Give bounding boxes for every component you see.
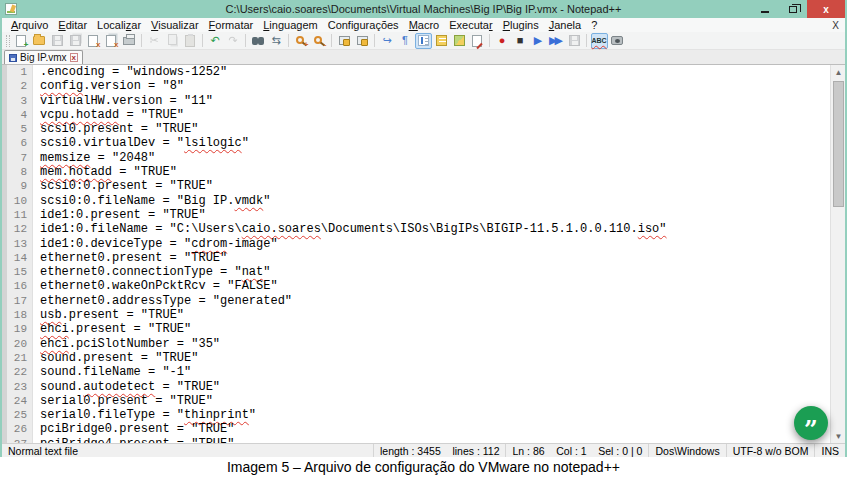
code-line[interactable]: 25serial0.fileType = "thinprint"	[7, 408, 830, 422]
close-all-button[interactable]: x	[103, 33, 120, 49]
undo-button[interactable]: ↶	[207, 33, 224, 49]
zoom-in-badge: +	[304, 41, 309, 49]
editor-area[interactable]: 1.encoding = "windows-1252"2config.versi…	[2, 65, 845, 443]
macro-stop-button[interactable]: ■	[512, 33, 529, 49]
menu-item-linguagem[interactable]: Linguagem	[258, 19, 322, 31]
close-all-badge: x	[114, 41, 118, 49]
code-line[interactable]: 12ide1:0.fileName = "C:\Users\caio.soare…	[7, 222, 830, 236]
document-map-button[interactable]	[451, 33, 468, 49]
code-line[interactable]: 7memsize = "2048"	[7, 151, 830, 165]
code-line[interactable]: 20ehci.pciSlotNumber = "35"	[7, 337, 830, 351]
close-button[interactable]: x	[807, 0, 845, 18]
tab-label: Big IP.vmx	[20, 52, 67, 63]
code-line[interactable]: 23sound.autodetect = "TRUE"	[7, 380, 830, 394]
menu-item-localizar[interactable]: Localizar	[92, 19, 146, 31]
replace-icon: ⇆	[271, 35, 280, 46]
toolbar-separator	[489, 34, 490, 47]
menu-item-arquivo[interactable]: Arquivo	[6, 19, 53, 31]
code-line[interactable]: 4vcpu.hotadd = "TRUE"	[7, 108, 830, 122]
code-lines[interactable]: 1.encoding = "windows-1252"2config.versi…	[7, 65, 830, 443]
image-caption: Imagem 5 – Arquivo de configuração do VM…	[0, 459, 847, 475]
copy-button[interactable]	[164, 33, 181, 49]
code-line[interactable]: 8mem.hotadd = "TRUE"	[7, 165, 830, 179]
hangouts-icon[interactable]: ”	[794, 406, 828, 440]
line-number: 9	[7, 179, 33, 193]
menu-item-janela[interactable]: Janela	[544, 19, 586, 31]
status-encoding: UTF-8 w/o BOM	[727, 444, 816, 457]
tab-big-ip-vmx[interactable]: Big IP.vmx x	[4, 50, 83, 64]
menu-item-macro[interactable]: Macro	[404, 19, 445, 31]
sync-vertical-scroll-button[interactable]	[336, 33, 353, 49]
code-line[interactable]: 6scsi0.virtualDev = "lsilogic"	[7, 136, 830, 150]
paste-button[interactable]	[182, 33, 199, 49]
code-line[interactable]: 22sound.fileName = "-1"	[7, 365, 830, 379]
cut-button[interactable]: ✂	[146, 33, 163, 49]
code-line[interactable]: 9scsi0:0.present = "TRUE"	[7, 179, 830, 193]
replace-button[interactable]: ⇆	[268, 33, 285, 49]
code-line[interactable]: 17ethernet0.addressType = "generated"	[7, 294, 830, 308]
menu-item-visualizar[interactable]: Visualizar	[146, 19, 204, 31]
spell-check-language-button[interactable]	[609, 33, 626, 49]
tab-close-icon[interactable]: x	[70, 53, 78, 62]
code-line[interactable]: 2config.version = "8"	[7, 79, 830, 93]
zoom-in-button[interactable]: +	[293, 33, 310, 49]
line-text: ide1:0.present = "TRUE"	[33, 208, 206, 222]
scroll-up-arrow-icon[interactable]: ▲	[831, 65, 845, 79]
code-line[interactable]: 10scsi0:0.fileName = "Big IP.vmdk"	[7, 194, 830, 208]
show-indent-guide-button[interactable]	[415, 33, 432, 49]
find-button[interactable]	[250, 33, 267, 49]
menu-item-configura-es[interactable]: Configurações	[323, 19, 404, 31]
menu-item-executar[interactable]: Executar	[444, 19, 497, 31]
spell-check-button[interactable]: ABC	[591, 33, 608, 49]
print-button[interactable]	[121, 33, 138, 49]
code-line[interactable]: 16ethernet0.wakeOnPcktRcv = "FALSE"	[7, 279, 830, 293]
line-number: 7	[7, 151, 33, 165]
vertical-scrollbar[interactable]: ▲ ▼	[830, 65, 845, 443]
macro-save-button[interactable]	[566, 33, 583, 49]
macro-record-icon: ●	[499, 35, 506, 46]
code-line[interactable]: 13ide1:0.deviceType = "cdrom-image"	[7, 237, 830, 251]
word-wrap-button[interactable]: ↪	[379, 33, 396, 49]
scrollbar-thumb[interactable]	[833, 81, 844, 207]
macro-record-button[interactable]: ●	[494, 33, 511, 49]
menu-item-formatar[interactable]: Formatar	[204, 19, 259, 31]
save-file-button[interactable]	[49, 33, 66, 49]
code-line[interactable]: 11ide1:0.present = "TRUE"	[7, 208, 830, 222]
code-line[interactable]: 26pciBridge0.present = "TRUE"	[7, 422, 830, 436]
line-number: 24	[7, 394, 33, 408]
code-line[interactable]: 3virtualHW.version = "11"	[7, 94, 830, 108]
new-file-button[interactable]: +	[13, 33, 30, 49]
zoom-out-button[interactable]: -	[311, 33, 328, 49]
show-all-characters-button[interactable]: ¶	[397, 33, 414, 49]
function-list-button[interactable]	[433, 33, 450, 49]
scroll-down-arrow-icon[interactable]: ▼	[831, 429, 845, 443]
redo-button[interactable]: ↷	[225, 33, 242, 49]
code-line[interactable]: 24serial0.present = "TRUE"	[7, 394, 830, 408]
line-text: scsi0.virtualDev = "lsilogic"	[33, 136, 249, 150]
menu-item-plugins[interactable]: Plugins	[498, 19, 544, 31]
code-line[interactable]: 14ethernet0.present = "TRUE"	[7, 251, 830, 265]
code-line[interactable]: 19ehci.present = "TRUE"	[7, 322, 830, 336]
title-bar[interactable]: C:\Users\caio.soares\Documents\Virtual M…	[2, 0, 845, 18]
code-line[interactable]: 27pciBridge4.present = "TRUE"	[7, 437, 830, 443]
code-line[interactable]: 1.encoding = "windows-1252"	[7, 65, 830, 79]
menu-item--[interactable]: ?	[586, 19, 602, 31]
code-line[interactable]: 21sound.present = "TRUE"	[7, 351, 830, 365]
close-document-x[interactable]: X	[832, 20, 839, 31]
document-switcher-button[interactable]	[469, 33, 486, 49]
minimize-button[interactable]	[751, 0, 779, 18]
save-all-button[interactable]	[67, 33, 84, 49]
macro-play-button[interactable]: ▶	[530, 33, 547, 49]
code-line[interactable]: 15ethernet0.connectionType = "nat"	[7, 265, 830, 279]
close-file-button[interactable]: x	[85, 33, 102, 49]
open-file-button[interactable]	[31, 33, 48, 49]
toolbar-grip	[6, 35, 10, 47]
code-line[interactable]: 5scsi0.present = "TRUE"	[7, 122, 830, 136]
macro-run-multiple-button[interactable]: ▶▶	[548, 33, 565, 49]
toolbar-separator	[141, 34, 142, 47]
code-line[interactable]: 18usb.present = "TRUE"	[7, 308, 830, 322]
status-bar: Normal text filelength : 3455 lines : 11…	[2, 443, 845, 457]
menu-item-editar[interactable]: Editar	[53, 19, 92, 31]
sync-horizontal-scroll-button[interactable]	[354, 33, 371, 49]
restore-button[interactable]	[779, 0, 807, 18]
